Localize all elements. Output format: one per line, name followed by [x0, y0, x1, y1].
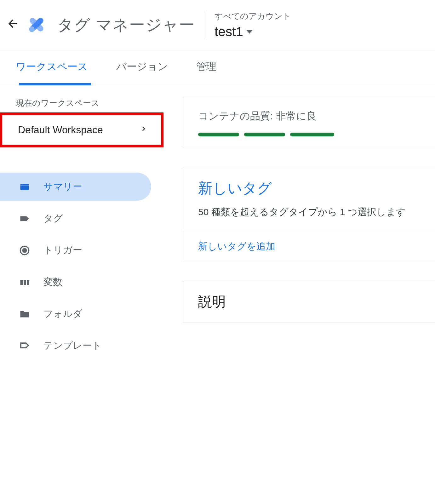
sidebar-nav: サマリー タグ トリガー 変数	[0, 173, 164, 360]
workspace-name: Default Workspace	[18, 124, 103, 136]
quality-bar-segment	[244, 133, 285, 136]
sidebar-item-folders[interactable]: フォルダ	[0, 300, 151, 328]
summary-icon	[18, 181, 31, 192]
account-block: すべてのアカウント test1	[215, 11, 291, 39]
back-button[interactable]	[3, 17, 25, 33]
new-tag-title: 新しいタグ	[198, 179, 420, 198]
tag-icon	[18, 213, 31, 224]
add-new-tag-link[interactable]: 新しいタグを追加	[183, 231, 435, 262]
folder-icon	[18, 308, 31, 320]
workspace-selector[interactable]: Default Workspace	[2, 115, 161, 145]
sidebar-item-label: タグ	[43, 212, 63, 225]
account-selector[interactable]: test1	[215, 24, 291, 39]
sidebar-item-label: トリガー	[43, 244, 82, 257]
description-title: 説明	[198, 293, 420, 311]
svg-rect-7	[27, 280, 30, 285]
quality-bar-segment	[198, 133, 239, 136]
account-label: すべてのアカウント	[215, 11, 291, 22]
quality-label: コンテナの品質: 非常に良	[198, 109, 420, 123]
description-card: 説明	[183, 281, 435, 323]
variable-icon	[18, 277, 31, 288]
sidebar-item-label: サマリー	[43, 180, 82, 193]
app-header: タグ マネージャー すべてのアカウント test1	[0, 0, 435, 50]
sidebar-item-summary[interactable]: サマリー	[0, 173, 151, 201]
new-tag-card: 新しいタグ 50 種類を超えるタグタイプから 1 つ選択します	[183, 167, 435, 231]
new-tag-description: 50 種類を超えるタグタイプから 1 つ選択します	[198, 204, 420, 220]
sidebar-item-label: 変数	[43, 276, 62, 289]
svg-point-4	[22, 248, 27, 253]
sidebar-item-variables[interactable]: 変数	[0, 268, 151, 296]
svg-rect-6	[24, 280, 26, 285]
container-quality-card: コンテナの品質: 非常に良	[183, 98, 435, 148]
tab-workspace[interactable]: ワークスペース	[16, 60, 88, 85]
sidebar-item-label: フォルダ	[43, 307, 83, 320]
svg-rect-5	[20, 280, 23, 285]
arrow-left-icon	[6, 17, 19, 30]
sidebar-item-triggers[interactable]: トリガー	[0, 236, 151, 264]
sidebar-item-tags[interactable]: タグ	[0, 204, 151, 232]
body: 現在のワークスペース Default Workspace サマリー タグ	[0, 85, 435, 364]
tab-admin[interactable]: 管理	[196, 60, 216, 85]
sidebar-item-label: テンプレート	[43, 339, 102, 352]
quality-bars	[198, 133, 420, 136]
sidebar-item-templates[interactable]: テンプレート	[0, 332, 151, 360]
sidebar: 現在のワークスペース Default Workspace サマリー タグ	[0, 98, 164, 364]
main-tabs: ワークスペース バージョン 管理	[0, 50, 435, 85]
new-tag-card-stack: 新しいタグ 50 種類を超えるタグタイプから 1 つ選択します 新しいタグを追加	[183, 167, 435, 262]
chevron-right-icon	[139, 124, 148, 136]
trigger-icon	[18, 245, 31, 256]
logo-block: タグ マネージャー	[25, 13, 195, 37]
template-icon	[18, 340, 31, 352]
header-divider	[205, 11, 205, 39]
main-content: コンテナの品質: 非常に良 新しいタグ 50 種類を超えるタグタイプから 1 つ…	[164, 98, 435, 364]
quality-bar-segment	[290, 133, 334, 136]
caret-down-icon	[246, 30, 253, 34]
account-name: test1	[215, 24, 243, 39]
tag-manager-logo-icon	[25, 13, 48, 37]
tab-version[interactable]: バージョン	[116, 60, 168, 85]
app-title: タグ マネージャー	[57, 14, 195, 36]
highlight-annotation: Default Workspace	[0, 112, 163, 147]
